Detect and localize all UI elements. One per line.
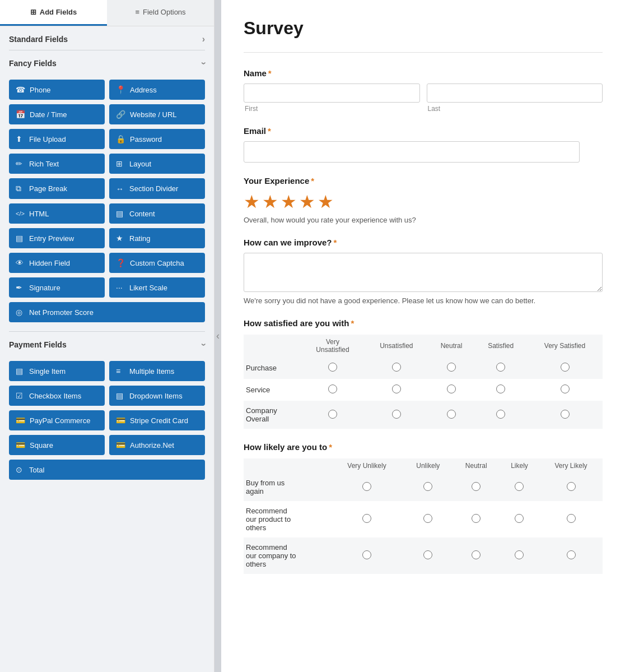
field-btn-entry-preview[interactable]: ▤ Entry Preview — [9, 228, 105, 248]
field-btn-rich-text[interactable]: ✏ Rich Text — [9, 154, 105, 174]
likely-product-very-unlikely[interactable] — [362, 514, 371, 523]
file-upload-icon: ⬆ — [16, 135, 25, 143]
satisfied-company-unsatisfied[interactable] — [392, 410, 401, 419]
likely-col-very-unlikely: Very Unlikely — [330, 458, 403, 473]
likely-company-very-likely[interactable] — [567, 550, 576, 559]
standard-fields-header[interactable]: Standard Fields — [0, 26, 214, 50]
name-last-input[interactable] — [427, 84, 603, 103]
satisfied-purchase-satisfied[interactable] — [496, 363, 505, 372]
dropdown-items-icon: ▤ — [116, 391, 125, 400]
likely-header-row: Very Unlikely Unlikely Neutral Likely Ve… — [244, 458, 603, 473]
field-btn-custom-captcha[interactable]: ❓ Custom Captcha — [109, 253, 205, 273]
form-title: Survey — [244, 18, 603, 39]
custom-captcha-icon: ❓ — [116, 258, 125, 267]
likely-row-recommend-company: Recommendour company toothers — [244, 537, 330, 574]
likely-row-recommend-product: Recommendour product toothers — [244, 501, 330, 537]
resize-handle[interactable]: ‹ — [214, 0, 221, 672]
satisfied-service-very-unsatisfied[interactable] — [328, 384, 337, 393]
name-last-col: Last — [427, 84, 603, 113]
signature-label: Signature — [29, 284, 60, 292]
satisfied-row-header — [244, 335, 301, 357]
payment-fields-header[interactable]: Payment Fields — [0, 332, 214, 355]
address-label: Address — [130, 86, 157, 94]
satisfied-company-very-satisfied[interactable] — [561, 410, 570, 419]
field-btn-hidden-field[interactable]: 👁 Hidden Field — [9, 253, 105, 273]
field-btn-authorize-net[interactable]: 💳 Authorize.Net — [109, 435, 205, 455]
star-2[interactable]: ★ — [262, 191, 278, 212]
content-label: Content — [129, 210, 155, 218]
satisfied-company-satisfied[interactable] — [496, 410, 505, 419]
field-btn-checkbox-items[interactable]: ☑ Checkbox Items — [9, 386, 105, 406]
hidden-field-icon: 👁 — [16, 258, 25, 267]
field-btn-paypal-commerce[interactable]: 💳 PayPal Commerce — [9, 410, 105, 430]
satisfied-company-neutral[interactable] — [447, 410, 456, 419]
satisfied-service-unsatisfied[interactable] — [392, 384, 401, 393]
field-btn-file-upload[interactable]: ⬆ File Upload — [9, 129, 105, 149]
tab-add-fields[interactable]: ⊞ Add Fields — [0, 0, 107, 26]
satisfied-company-very-unsatisfied[interactable] — [328, 410, 337, 419]
star-3[interactable]: ★ — [281, 191, 297, 212]
field-btn-phone[interactable]: ☎ Phone — [9, 80, 105, 100]
improve-hint: We're sorry you did not have a good expe… — [244, 296, 603, 305]
name-first-input[interactable] — [244, 84, 420, 103]
satisfied-service-satisfied[interactable] — [496, 384, 505, 393]
likely-company-unlikely[interactable] — [423, 550, 432, 559]
stars-row: ★ ★ ★ ★ ★ — [244, 191, 603, 212]
satisfied-purchase-unsatisfied[interactable] — [392, 363, 401, 372]
star-4[interactable]: ★ — [299, 191, 315, 212]
likert-scale-label: Likert Scale — [129, 284, 167, 292]
field-btn-likert-scale[interactable]: ··· Likert Scale — [109, 277, 205, 298]
satisfied-purchase-very-unsatisfied[interactable] — [328, 363, 337, 372]
likely-required: * — [329, 442, 332, 452]
satisfied-service-very-satisfied[interactable] — [561, 384, 570, 393]
field-btn-dropdown-items[interactable]: ▤ Dropdown Items — [109, 386, 205, 406]
field-btn-address[interactable]: 📍 Address — [109, 80, 205, 100]
satisfied-service-neutral[interactable] — [447, 384, 456, 393]
field-btn-square[interactable]: 💳 Square — [9, 435, 105, 455]
likely-buy-likely[interactable] — [515, 482, 524, 491]
likely-company-likely[interactable] — [515, 550, 524, 559]
multiple-items-label: Multiple Items — [129, 367, 174, 376]
field-btn-stripe-credit-card[interactable]: 💳 Stripe Credit Card — [109, 410, 205, 430]
website-url-label: Website / URL — [130, 110, 177, 119]
table-row: Recommendour product toothers — [244, 501, 603, 537]
likely-product-very-likely[interactable] — [567, 514, 576, 523]
satisfied-purchase-neutral[interactable] — [447, 363, 456, 372]
layout-icon: ⊞ — [116, 159, 125, 168]
name-last-sublabel: Last — [427, 105, 603, 113]
likely-company-very-unlikely[interactable] — [362, 550, 371, 559]
fancy-fields-header[interactable]: Fancy Fields — [0, 50, 214, 74]
likely-product-neutral[interactable] — [472, 514, 481, 523]
field-btn-website-url[interactable]: 🔗 Website / URL — [109, 104, 205, 124]
field-btn-html[interactable]: </> HTML — [9, 203, 105, 224]
tab-field-options[interactable]: ≡ Field Options — [107, 0, 214, 26]
likely-product-likely[interactable] — [515, 514, 524, 523]
field-btn-password[interactable]: 🔒 Password — [109, 129, 205, 149]
likely-buy-very-unlikely[interactable] — [362, 482, 371, 491]
fancy-fields-grid: ☎ Phone 📍 Address 📅 Date / Time 🔗 Websit… — [0, 74, 214, 331]
likely-buy-neutral[interactable] — [472, 482, 481, 491]
field-btn-section-divider[interactable]: ↔ Section Divider — [109, 178, 205, 199]
likely-company-neutral[interactable] — [472, 550, 481, 559]
field-btn-page-break[interactable]: ⧉ Page Break — [9, 178, 105, 199]
add-fields-icon: ⊞ — [30, 8, 36, 16]
field-btn-rating[interactable]: ★ Rating — [109, 228, 205, 248]
field-btn-total[interactable]: ⊙ Total — [9, 460, 205, 480]
field-btn-date-time[interactable]: 📅 Date / Time — [9, 104, 105, 124]
page-break-label: Page Break — [29, 184, 67, 193]
improve-textarea[interactable] — [244, 253, 603, 292]
likely-product-unlikely[interactable] — [423, 514, 432, 523]
net-promoter-score-icon: ◎ — [16, 308, 25, 317]
field-btn-layout[interactable]: ⊞ Layout — [109, 154, 205, 174]
field-btn-multiple-items[interactable]: ≡ Multiple Items — [109, 361, 205, 381]
field-btn-net-promoter-score[interactable]: ◎ Net Promoter Score — [9, 302, 205, 322]
star-5[interactable]: ★ — [318, 191, 334, 212]
field-btn-signature[interactable]: ✒ Signature — [9, 277, 105, 298]
field-btn-single-item[interactable]: ▤ Single Item — [9, 361, 105, 381]
field-btn-content[interactable]: ▤ Content — [109, 203, 205, 224]
star-1[interactable]: ★ — [244, 191, 260, 212]
likely-buy-unlikely[interactable] — [423, 482, 432, 491]
likely-buy-very-likely[interactable] — [567, 482, 576, 491]
satisfied-purchase-very-satisfied[interactable] — [561, 363, 570, 372]
email-input[interactable] — [244, 141, 580, 163]
